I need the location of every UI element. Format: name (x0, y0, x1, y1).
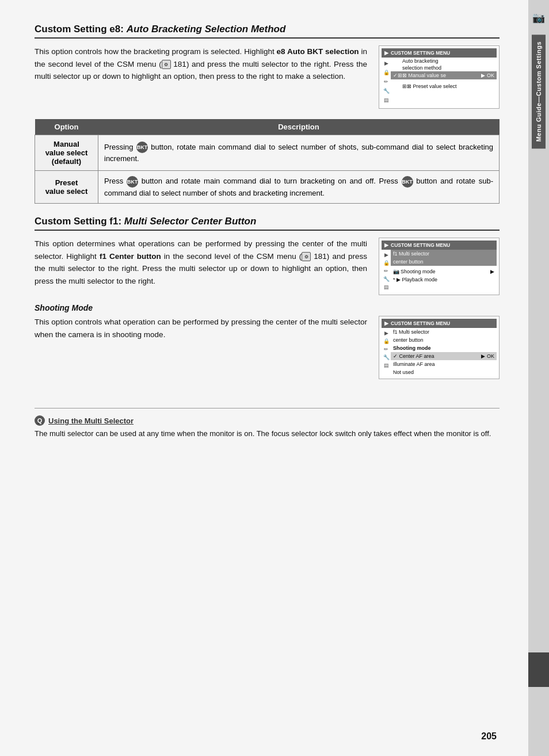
e8-ms-header: ▶ CUSTOM SETTING MENU (382, 48, 497, 58)
e8-ms-row1a: Auto bracketing (391, 58, 497, 64)
e8-icon3: ✏ (382, 77, 391, 86)
f1-icon1: ▶ (382, 251, 391, 259)
section-f1-body: This option determines what operations c… (35, 238, 367, 295)
e8-icon5: ▤ (382, 96, 391, 105)
f1-body2: in the second level of the CSM menu ( (161, 252, 302, 261)
section-f1-title: Custom Setting f1: Multi Selector Center… (35, 215, 500, 231)
e8-menu-screenshot: ▶ CUSTOM SETTING MENU ▶ 🔒 ✏ 🔧 ▤ Auto bra… (379, 45, 500, 109)
f1-ms2-opt3: Not used (391, 368, 497, 376)
bkt-badge-2: BKT (127, 176, 138, 188)
f1-ms2-icon1: ▶ (382, 329, 391, 337)
section-e8-body: This option controls how the bracketing … (35, 45, 367, 109)
f1-icon5: ▤ (382, 283, 391, 291)
section-f1-title-italic: Multi Selector Center Button (124, 216, 257, 227)
f1-ms2-body: ▶ 🔒 ✏ 🔧 ▤ f1 Multi selector center butto… (382, 328, 497, 376)
desc1-text: button, rotate main command dial to sele… (104, 143, 493, 163)
shooting-mode-section: Shooting Mode This option controls what … (35, 303, 500, 379)
sidebar-icon-camera: 📷 (532, 12, 545, 24)
section-f1: Custom Setting f1: Multi Selector Center… (35, 215, 500, 379)
e8-icon1: ▶ (382, 59, 391, 68)
section-e8-title-italic: Auto Bracketing Selection Method (127, 24, 286, 35)
e8-option-table: Option Description Manual value select (… (35, 119, 500, 204)
e8-ms-body: ▶ 🔒 ✏ 🔧 ▤ Auto bracketing selection meth… (382, 58, 497, 106)
section-e8: Custom Setting e8: Auto Bracketing Selec… (35, 23, 500, 204)
f1-ms-content: f1 Multi selector center button 📷 Shooti… (391, 250, 497, 292)
f1-icon2: 🔒 (382, 259, 391, 267)
e8-body-bold: e8 Auto BKT selection (277, 47, 359, 56)
f1-ms2-opt2: Illuminate AF area (391, 360, 497, 368)
f1-ms2-row1: f1 Multi selector (391, 328, 497, 336)
table-cell-desc-1: Pressing BKT button, rotate main command… (98, 135, 500, 171)
e8-ms-row3-text: Preset value select (413, 83, 457, 89)
f1-opt1-arrow: ▶ (490, 269, 494, 274)
e8-ms-row2: ✓⊞⊠ Manual value se ▶ OK (391, 71, 497, 79)
f1-ms2-icon3: ✏ (382, 345, 391, 353)
desc2-text: button and rotate main command dial to t… (142, 177, 402, 185)
section-f1-intro: This option determines what operations c… (35, 238, 500, 295)
e8-ms-header-text: CUSTOM SETTING MENU (391, 50, 450, 56)
desc2-prefix: Press (104, 177, 127, 185)
e8-body-text1: This option controls how the bracketing … (35, 47, 277, 56)
f1-opt1-label: 📷 Shooting mode (393, 269, 436, 274)
f1-icon4: 🔧 (382, 275, 391, 283)
note-section: Q Using the Multi Selector The multi sel… (35, 408, 500, 440)
e8-icon2: 🔒 (382, 68, 391, 77)
table-header-row: Option Description (35, 119, 500, 135)
f1-ms2-icon2: 🔒 (382, 337, 391, 345)
bkt-badge-3: BKT (402, 176, 413, 188)
e8-ms-triangle: ▶ (384, 50, 388, 56)
e8-csm-num: 181 (173, 60, 186, 68)
f1-camera-icon: 📷 (393, 269, 399, 274)
col-description: Description (98, 119, 500, 135)
f1-ms-header: ▶ CUSTOM SETTING MENU (382, 240, 497, 250)
sidebar: 📷 Menu Guide—Custom Settings (528, 0, 549, 756)
f1-ms2-content: f1 Multi selector center button Shooting… (391, 328, 497, 376)
f1-ms-item: f1 Multi selector (391, 250, 497, 258)
f1-ms2-triangle: ▶ (384, 320, 388, 326)
table-cell-name-2: Preset value select (35, 171, 98, 204)
sidebar-dark-block (528, 652, 549, 687)
e8-ms-row3: ⊞⊠ Preset value select (391, 83, 497, 90)
e8-ms-icons-inline: ✓⊞⊠ Manual value se (393, 72, 446, 78)
f1-opt1-text: Shooting mode (401, 269, 436, 274)
f1-ms-header-text: CUSTOM SETTING MENU (391, 242, 450, 248)
f1-ms-opt2: * ▶ Playback mode (391, 276, 497, 284)
f1-ms2-opt1: ✓ Center AF area ▶ OK (391, 352, 497, 360)
f1-ms2-opt1-suffix: ▶ OK (481, 353, 494, 359)
e8-ms-icons: ▶ 🔒 ✏ 🔧 ▤ (382, 58, 391, 106)
sub-heading-shooting: Shooting Mode (35, 303, 500, 312)
e8-icon-bkt: ⊞⊠ (402, 83, 413, 89)
note-title-text: Using the Multi Selector (48, 417, 134, 425)
e8-icon4: 🔧 (382, 86, 391, 96)
section-e8-title: Custom Setting e8: Auto Bracketing Selec… (35, 23, 500, 39)
f1-ms2-row2: center button (391, 336, 497, 344)
col-option: Option (35, 119, 98, 135)
note-icon: Q (35, 415, 45, 426)
desc1-prefix: Pressing (104, 143, 136, 151)
f1-ms-icons: ▶ 🔒 ✏ 🔧 ▤ (382, 250, 391, 292)
f1-ms2-icon4: 🔧 (382, 353, 391, 361)
csm-icon-f1: ⚙ (302, 252, 311, 261)
main-content: Custom Setting e8: Auto Bracketing Selec… (0, 0, 528, 756)
f1-body-bold: f1 Center button (100, 252, 161, 261)
table-cell-desc-2: Press BKT button and rotate main command… (98, 171, 500, 204)
section-e8-title-bold: Custom Setting e8: (35, 24, 124, 35)
f1-menu-screenshot-2: ▶ CUSTOM SETTING MENU ▶ 🔒 ✏ 🔧 ▤ f1 Multi (379, 316, 500, 379)
e8-ms-row2-text: Manual value se (409, 72, 447, 78)
e8-ms-row2-suffix: ▶ OK (481, 72, 494, 78)
page-number: 205 (481, 731, 497, 742)
f1-ms2-opt1-text: ✓ Center AF area (393, 353, 434, 359)
table-row: Preset value select Press BKT button and… (35, 171, 500, 204)
e8-ms-rows: Auto bracketing selection method ✓⊞⊠ Man… (391, 58, 497, 106)
f1-ms2-icons: ▶ 🔒 ✏ 🔧 ▤ (382, 328, 391, 376)
shooting-mode-body: This option controls what operation can … (35, 316, 367, 379)
bkt-badge-1: BKT (136, 142, 148, 153)
f1-csm-num: 181 (314, 252, 327, 261)
f1-ms2-icon5: ▤ (382, 361, 391, 369)
f1-ms-opt1: 📷 Shooting mode ▶ (391, 268, 497, 276)
f1-ms-triangle: ▶ (384, 242, 388, 248)
f1-ms-body: ▶ 🔒 ✏ 🔧 ▤ f1 Multi selector center butto… (382, 250, 497, 292)
note-title: Q Using the Multi Selector (35, 415, 500, 426)
f1-ms-item2: center button (391, 258, 497, 266)
f1-icon3: ✏ (382, 267, 391, 275)
